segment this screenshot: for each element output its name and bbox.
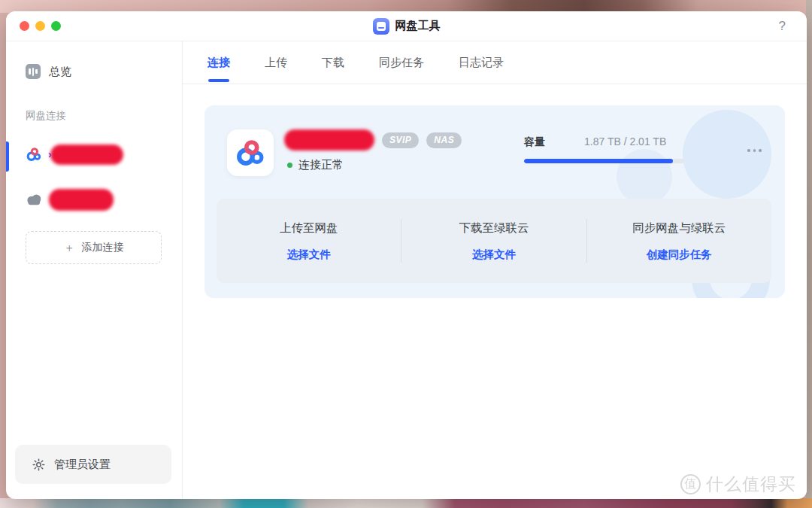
- choose-files-link[interactable]: 选择文件: [287, 248, 331, 262]
- app-window: 网盘工具 ? 总览 网盘连接 ›: [6, 11, 807, 499]
- tab-connections[interactable]: 连接: [208, 53, 230, 73]
- redacted-connection-name: [49, 189, 114, 211]
- sidebar-item-connection-baidu[interactable]: ›: [6, 139, 182, 169]
- cloud-icon: [26, 193, 43, 205]
- plus-icon: ＋: [64, 241, 75, 255]
- active-item-indicator: [6, 141, 9, 172]
- capacity-value: 1.87 TB / 2.01 TB: [584, 135, 666, 148]
- overview-icon: [26, 64, 41, 79]
- action-download: 下载至绿联云 选择文件: [401, 221, 586, 262]
- close-button[interactable]: [20, 21, 29, 31]
- svip-badge: SVIP: [382, 132, 419, 148]
- watermark-badge: 值: [680, 474, 701, 494]
- desktop-background-right: [806, 0, 812, 508]
- tab-logs[interactable]: 日志记录: [459, 53, 504, 73]
- connections-section-label: 网盘连接: [6, 109, 182, 123]
- more-menu-button[interactable]: [747, 149, 762, 152]
- connection-status: 连接正常: [287, 158, 344, 172]
- minimize-button[interactable]: [35, 21, 45, 31]
- redacted-account-name: [284, 129, 374, 151]
- smzdm-watermark: 值 什么值得买: [680, 473, 796, 496]
- capacity-label: 容量: [524, 135, 545, 149]
- action-upload: 上传至网盘 选择文件: [217, 221, 401, 262]
- tab-sync-tasks[interactable]: 同步任务: [379, 53, 424, 73]
- capacity-progress: [524, 159, 684, 163]
- active-tab-underline: [208, 79, 229, 82]
- help-button[interactable]: ?: [779, 19, 786, 34]
- admin-settings-button[interactable]: 管理员设置: [15, 445, 171, 484]
- maximize-button[interactable]: [51, 21, 61, 31]
- status-label: 连接正常: [298, 158, 344, 172]
- action-sync: 同步网盘与绿联云 创建同步任务: [587, 221, 771, 262]
- capacity-progress-fill: [524, 159, 673, 163]
- tab-content: SVIP NAS 连接正常 容量 1.87 TB / 2.01 TB: [183, 84, 807, 498]
- redacted-connection-name: [50, 144, 123, 165]
- admin-settings-label: 管理员设置: [54, 458, 111, 472]
- action-title: 上传至网盘: [217, 221, 401, 236]
- main-area: 连接 上传 下载 同步任务 日志记录: [183, 41, 807, 498]
- baidu-netdisk-icon: [26, 146, 42, 163]
- decor-bubble: [683, 110, 771, 199]
- decor-bubble: [617, 149, 672, 205]
- status-dot: [287, 163, 292, 168]
- desktop-background-bottom: [0, 498, 812, 508]
- baidu-netdisk-logo-tile: [227, 129, 274, 176]
- action-title: 同步网盘与绿联云: [587, 221, 771, 236]
- create-sync-task-link[interactable]: 创建同步任务: [647, 248, 712, 262]
- nas-badge: NAS: [426, 132, 462, 148]
- sidebar-item-overview[interactable]: 总览: [6, 64, 182, 79]
- baidu-netdisk-logo: [235, 137, 266, 169]
- overview-label: 总览: [49, 65, 71, 79]
- connection-card: SVIP NAS 连接正常 容量 1.87 TB / 2.01 TB: [205, 105, 785, 298]
- actions-panel: 上传至网盘 选择文件 下载至绿联云 选择文件 同步网盘与绿联云 创建同步任务: [217, 199, 771, 283]
- window-title: 网盘工具: [395, 19, 441, 33]
- drive-app-icon: [373, 18, 389, 35]
- tab-upload[interactable]: 上传: [265, 53, 287, 73]
- account-name-row: SVIP NAS: [284, 129, 462, 151]
- watermark-text: 什么值得买: [706, 473, 796, 496]
- gear-icon: [32, 458, 46, 472]
- tab-download[interactable]: 下载: [322, 53, 344, 73]
- add-connection-button[interactable]: ＋ 添加连接: [26, 231, 162, 264]
- tab-bar: 连接 上传 下载 同步任务 日志记录: [183, 41, 807, 84]
- sidebar-item-connection-cloud[interactable]: [6, 184, 182, 214]
- action-title: 下载至绿联云: [401, 221, 586, 236]
- window-title-group: 网盘工具: [373, 18, 441, 35]
- add-connection-label: 添加连接: [82, 241, 124, 254]
- choose-files-link[interactable]: 选择文件: [472, 248, 516, 262]
- traffic-lights: [20, 11, 61, 41]
- sidebar: 总览 网盘连接 › ＋: [6, 41, 183, 498]
- titlebar: 网盘工具 ?: [6, 11, 807, 41]
